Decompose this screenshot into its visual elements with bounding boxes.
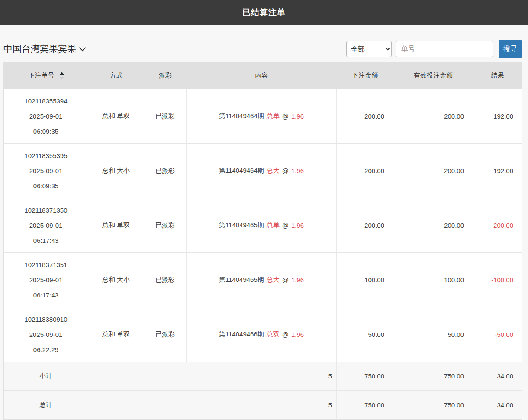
search-button[interactable]: 搜寻 [499, 40, 522, 58]
content-cell: 第114049464期 总大 @ 1.96 [187, 144, 337, 198]
page-title: 已结算注单 [242, 7, 286, 18]
at-symbol: @ [282, 276, 289, 284]
footer-bet-amount-cell: 750.00 [337, 362, 393, 390]
content-odds: 1.96 [291, 276, 304, 284]
table-row: 102118371350 2025-09-01 06:17:43 总和 单双 已… [4, 198, 522, 253]
order-date: 2025-09-01 [29, 163, 63, 178]
order-time: 06:09:35 [33, 124, 58, 139]
table-row: 102118355394 2025-09-01 06:09:35 总和 单双 已… [4, 89, 522, 144]
at-symbol: @ [282, 167, 289, 174]
order-time: 06:17:43 [33, 288, 58, 303]
content-cell: 第114049464期 总单 @ 1.96 [187, 89, 337, 143]
method-cell: 总和 单双 [88, 198, 144, 252]
bet-amount-cell: 200.00 [337, 144, 393, 198]
content-bet-type: 总大 [267, 167, 280, 175]
valid-amount-cell: 200.00 [393, 89, 473, 143]
table-footer-row: 小计 5 750.00 750.00 34.00 [4, 362, 522, 391]
order-number: 102118371351 [25, 257, 68, 272]
footer-bet-amount-cell: 750.00 [337, 391, 393, 419]
chevron-down-icon [79, 44, 86, 51]
result-cell: -100.00 [473, 253, 522, 307]
payout-cell: 已派彩 [144, 144, 187, 198]
column-header-method: 方式 [88, 62, 144, 89]
column-header-valid-amount: 有效投注金额 [393, 62, 473, 89]
content-cell: 第114049465期 总大 @ 1.96 [187, 253, 337, 307]
valid-amount-cell: 50.00 [393, 307, 473, 362]
footer-label-cell: 总计 [4, 391, 88, 419]
footer-valid-amount-cell: 750.00 [393, 391, 473, 419]
result-cell: 192.00 [473, 144, 522, 198]
payout-cell: 已派彩 [144, 253, 187, 307]
order-date: 2025-09-01 [29, 272, 63, 288]
sort-asc-icon [60, 72, 64, 75]
order-number: 102118380910 [25, 312, 68, 327]
filter-select[interactable]: 全部 [346, 41, 392, 57]
footer-result-cell: 34.00 [473, 391, 522, 419]
table-footer: 小计 5 750.00 750.00 34.00 总计 5 750.00 750… [4, 362, 522, 419]
content-bet-type: 总单 [267, 112, 280, 120]
order-date: 2025-09-01 [29, 218, 63, 233]
order-cell: 102118355394 2025-09-01 06:09:35 [4, 89, 88, 143]
content-bet-type: 总单 [267, 221, 280, 229]
column-header-payout: 派彩 [144, 62, 187, 89]
content-bet-type: 总大 [267, 276, 280, 284]
payout-cell: 已派彩 [144, 307, 187, 362]
bet-amount-cell: 200.00 [337, 198, 393, 252]
table-footer-row: 总计 5 750.00 750.00 34.00 [4, 391, 522, 419]
content-odds: 1.96 [291, 222, 304, 229]
table-row: 102118355395 2025-09-01 06:09:35 总和 大小 已… [4, 144, 522, 198]
content-bet-type: 总双 [267, 330, 280, 339]
table-header-row: 下注单号 方式 派彩 内容 下注金额 有效投注金额 结果 [4, 62, 522, 89]
table-body: 102118355394 2025-09-01 06:09:35 总和 单双 已… [4, 89, 522, 362]
method-cell: 总和 单双 [88, 307, 144, 362]
top-title-bar: 已结算注单 [0, 0, 528, 25]
order-number: 102118355395 [25, 148, 68, 163]
order-date: 2025-09-01 [29, 327, 63, 342]
bet-amount-cell: 100.00 [337, 253, 393, 307]
footer-result-cell: 34.00 [473, 362, 522, 390]
column-header-order-no[interactable]: 下注单号 [4, 62, 88, 89]
column-header-content: 内容 [187, 62, 337, 89]
order-cell: 102118371350 2025-09-01 06:17:43 [4, 198, 88, 252]
table-row: 102118371351 2025-09-01 06:17:43 总和 大小 已… [4, 253, 522, 307]
valid-amount-cell: 100.00 [393, 253, 473, 307]
order-time: 06:22:29 [33, 342, 58, 357]
footer-count-cell: 5 [88, 362, 337, 390]
game-selector[interactable]: 中国台湾宾果宾果 [3, 43, 85, 55]
column-header-result: 结果 [473, 62, 522, 89]
content-period: 第114049464期 [219, 167, 264, 175]
at-symbol: @ [282, 113, 289, 120]
bet-amount-cell: 200.00 [337, 89, 393, 143]
payout-cell: 已派彩 [144, 89, 187, 143]
content-period: 第114049466期 [219, 330, 264, 339]
settled-bets-table: 下注单号 方式 派彩 内容 下注金额 有效投注金额 结果 10211835539… [3, 62, 522, 420]
order-date: 2025-09-01 [29, 109, 63, 124]
order-number: 102118371350 [25, 203, 68, 218]
content-odds: 1.96 [291, 113, 304, 120]
result-cell: 192.00 [473, 89, 522, 143]
sort-icons[interactable] [60, 72, 64, 80]
order-time: 06:17:43 [33, 233, 58, 248]
table-row: 102118380910 2025-09-01 06:22:29 总和 单双 已… [4, 307, 522, 362]
order-cell: 102118371351 2025-09-01 06:17:43 [4, 253, 88, 307]
method-cell: 总和 大小 [88, 253, 144, 307]
content-period: 第114049464期 [219, 112, 264, 120]
order-time: 06:09:35 [33, 178, 58, 194]
content-odds: 1.96 [291, 331, 304, 338]
toolbar: 中国台湾宾果宾果 全部 搜寻 [3, 39, 522, 58]
order-number: 102118355394 [25, 94, 68, 109]
content-period: 第114049465期 [219, 276, 264, 284]
game-title-label: 中国台湾宾果宾果 [3, 43, 76, 55]
footer-label-cell: 小计 [4, 362, 88, 390]
content-cell: 第114049465期 总单 @ 1.96 [187, 198, 337, 252]
column-header-bet-amount: 下注金额 [337, 62, 393, 89]
bet-amount-cell: 50.00 [337, 307, 393, 362]
sort-desc-icon [60, 77, 64, 80]
at-symbol: @ [282, 222, 289, 229]
result-cell: -200.00 [473, 198, 522, 252]
order-search-input[interactable] [396, 41, 493, 57]
footer-count-cell: 5 [88, 391, 337, 419]
payout-cell: 已派彩 [144, 198, 187, 252]
order-cell: 102118355395 2025-09-01 06:09:35 [4, 144, 88, 198]
search-controls: 全部 搜寻 [346, 40, 522, 58]
